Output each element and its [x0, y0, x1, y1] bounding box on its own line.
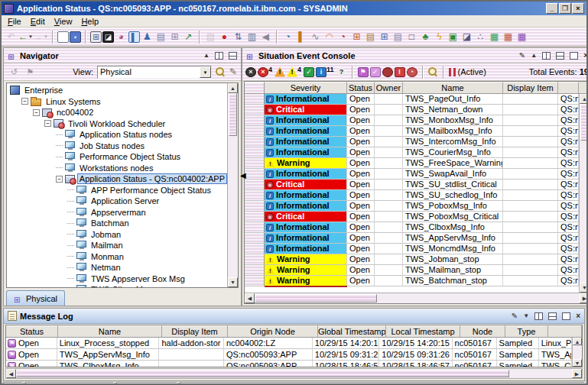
filter-icon[interactable]: ▨ — [204, 31, 217, 44]
scroll-down-icon[interactable]: ▼ — [228, 277, 238, 287]
close-panel-icon[interactable]: × — [583, 52, 588, 60]
column-header-source[interactable] — [558, 82, 579, 93]
column-header-origin-node[interactable]: Origin Node — [228, 325, 318, 337]
gauge-view-icon[interactable]: ◔ — [336, 31, 349, 44]
collapse-handle-icon[interactable]: − — [33, 109, 40, 116]
speaker-icon[interactable]: ◀ — [259, 31, 272, 44]
row-selector[interactable] — [245, 254, 265, 264]
edit-navigator-icon[interactable]: ✎ — [229, 66, 237, 77]
close-event-icon[interactable] — [382, 67, 393, 77]
row-selector[interactable] — [245, 147, 265, 157]
split-horizontal-icon[interactable] — [229, 52, 237, 60]
tree-item[interactable]: Enterprise — [7, 85, 227, 96]
event-row[interactable]: iInformationalOpenTWS_MailboxMsg_InfoQS:… — [245, 126, 579, 137]
situation-grid-view-icon[interactable]: ▦ — [488, 31, 501, 44]
column-header-severity[interactable]: Severity — [265, 82, 347, 93]
tree-item[interactable]: Jobman — [7, 229, 227, 241]
collapse-handle-icon[interactable]: − — [44, 120, 51, 127]
event-row[interactable]: ×CriticalOpenTWS_PoboxMsg_CriticalQS:nc — [245, 212, 579, 222]
event-row[interactable]: iInformationalOpenTWS_CourierMsg_InfoQS:… — [245, 147, 579, 158]
event-row[interactable]: ×CriticalOpenTWS_SU_stdlist_CriticalQS:n… — [245, 180, 579, 190]
collapse-handle-icon[interactable]: − — [56, 176, 63, 183]
column-header-global-timestamp[interactable]: Global Timestamp — [318, 325, 386, 337]
query-report-icon[interactable]: ⊞ — [90, 31, 102, 43]
column-header-display-item[interactable]: Display Item — [162, 325, 228, 337]
row-selector[interactable] — [245, 212, 265, 222]
row-selector[interactable] — [245, 169, 265, 179]
row-selector[interactable] — [245, 265, 265, 275]
forward-button[interactable]: →▼ — [34, 31, 48, 44]
chart-window-view-icon[interactable]: ◪ — [460, 31, 473, 44]
grid-icon[interactable]: ⊞ — [168, 31, 181, 44]
menu-file[interactable]: File — [5, 16, 28, 27]
window-layout-icon[interactable]: ▥ — [245, 31, 258, 44]
edit-console-icon[interactable]: ✎ — [519, 52, 525, 60]
collapse-panel-icon[interactable]: ▲ — [531, 52, 537, 60]
event-console-view-icon[interactable]: ▦ — [515, 31, 528, 44]
column-header-status[interactable]: Status — [347, 82, 375, 93]
column-header-node[interactable]: Node — [460, 325, 505, 337]
event-row[interactable]: iInformationalOpenTWS_MoncmdMsg_InfoQS:n… — [245, 244, 579, 254]
problem-icon[interactable]: ! — [395, 67, 405, 77]
message-vertical-scrollbar[interactable]: ▲ ▼ — [572, 338, 582, 367]
owner-flag-icon[interactable]: ⚑ — [358, 67, 369, 77]
row-selector[interactable] — [245, 126, 265, 136]
navigator-vertical-scrollbar[interactable]: ▲ ▼ — [227, 83, 238, 287]
column-header-name[interactable]: Name — [58, 325, 162, 337]
event-row[interactable]: iInformationalOpenTWS_SwapAvail_InfoQS:n… — [245, 169, 579, 180]
tree-item[interactable]: Performance Object Status — [7, 151, 227, 163]
history-icon[interactable]: ↶ — [5, 31, 18, 44]
browser-view-icon[interactable]: □ — [405, 31, 418, 44]
message-row[interactable]: ⚑OpenTWS_AppServMsg_InfoQS:nc005093:APP1… — [6, 349, 572, 361]
scroll-thumb[interactable] — [229, 93, 237, 136]
scroll-thumb[interactable] — [580, 104, 588, 141]
column-header-display-item[interactable]: Display Item — [503, 82, 558, 93]
warning-filter-icon[interactable]: ! — [287, 67, 297, 77]
collapse-panel-icon[interactable]: ▲ — [203, 52, 210, 60]
tree-item[interactable]: Application Server — [7, 196, 227, 207]
tree-item[interactable]: TWS Clbox Msg — [7, 284, 227, 287]
close-panel-icon[interactable]: × — [576, 312, 580, 320]
split-vertical-icon[interactable] — [542, 52, 551, 60]
row-selector[interactable] — [245, 105, 265, 115]
apply-pending-updates-icon[interactable]: ↺ — [8, 66, 21, 79]
tree-item[interactable]: Job Status nodes — [7, 141, 227, 152]
row-selector[interactable] — [245, 276, 265, 286]
topology-view-icon[interactable]: ∴ — [474, 31, 487, 44]
split-horizontal-icon[interactable] — [556, 52, 564, 60]
table-view-icon[interactable]: ⊞ — [350, 31, 363, 44]
critical-filter-icon[interactable]: × — [258, 67, 268, 77]
menu-view[interactable]: View — [51, 16, 79, 27]
row-selector[interactable] — [245, 94, 265, 104]
tree-item[interactable]: −Linux Systems — [7, 96, 227, 108]
column-header-status[interactable]: Status — [6, 325, 58, 337]
trend-up-icon[interactable]: ↗ — [182, 31, 195, 44]
event-row[interactable]: iInformationalOpenTWS_SU_schedlog_InfoQS… — [245, 190, 579, 201]
tab-physical[interactable]: Physical — [6, 290, 65, 306]
event-row[interactable]: !WarningOpenTWS_Batchman_stopQS:nc — [245, 276, 579, 286]
find-event-icon[interactable] — [428, 67, 438, 77]
minor-filter-icon[interactable]: ! — [275, 67, 285, 77]
tree-item[interactable]: Appserverman — [7, 207, 227, 218]
message-log-view-icon[interactable]: ▤ — [391, 31, 404, 44]
scroll-up-icon[interactable]: ▲ — [580, 94, 588, 104]
view-select[interactable]: Physical ▼ — [97, 66, 212, 79]
column-header-type[interactable]: Type — [505, 325, 548, 337]
row-selector[interactable] — [245, 222, 265, 232]
close-button[interactable]: × — [572, 3, 584, 14]
notes-icon[interactable]: ▤ — [154, 31, 167, 44]
view-select-arrow-icon[interactable]: ▼ — [200, 66, 211, 78]
notepad-view-icon[interactable]: ▤ — [364, 31, 377, 44]
tree-item[interactable]: Application Status nodes — [7, 129, 227, 141]
event-row[interactable]: !WarningOpenTWS_Mailman_stopQS:nc — [245, 265, 579, 276]
row-selector[interactable] — [245, 180, 265, 189]
save-icon[interactable]: ▪ — [70, 31, 81, 43]
event-horizontal-scrollbar[interactable]: ◀ ▶ — [245, 293, 588, 303]
refresh-icon[interactable]: ⇅ — [232, 31, 245, 44]
bar-chart-icon[interactable]: ▌ — [128, 31, 140, 43]
collapse-handle-icon[interactable]: − — [21, 98, 28, 105]
scroll-up-icon[interactable]: ▲ — [228, 83, 238, 93]
event-row[interactable]: iInformationalOpenTWS_PoboxMsg_InfoQS:nc — [245, 201, 579, 212]
row-selector[interactable] — [245, 201, 265, 211]
grid-view-icon[interactable]: ⊞ — [378, 31, 391, 44]
